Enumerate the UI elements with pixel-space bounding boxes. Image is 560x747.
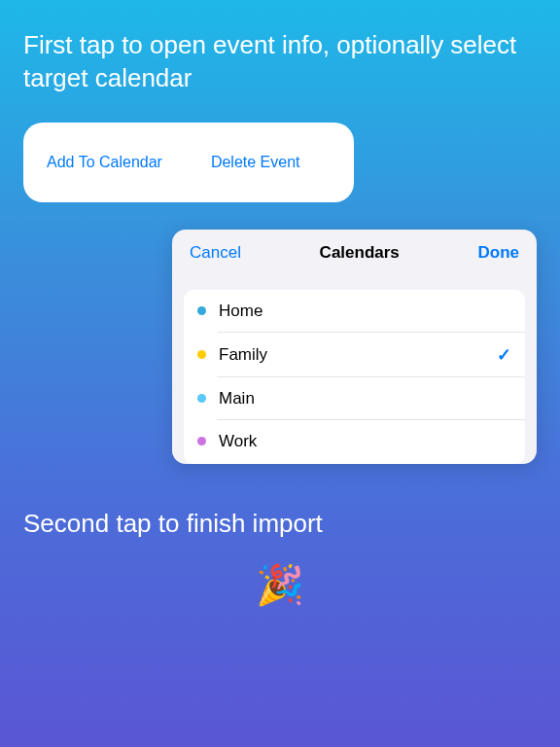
calendar-item[interactable]: Home bbox=[184, 290, 525, 333]
calendar-color-dot bbox=[197, 306, 206, 315]
add-to-calendar-button[interactable]: Add To Calendar bbox=[47, 154, 162, 171]
sheet-title: Calendars bbox=[320, 243, 400, 263]
calendar-picker-sheet: Cancel Calendars Done HomeFamily✓MainWor… bbox=[172, 230, 537, 464]
calendar-color-dot bbox=[197, 394, 206, 403]
instruction-text-1: First tap to open event info, optionally… bbox=[0, 0, 560, 95]
calendar-name-label: Work bbox=[219, 432, 511, 451]
cancel-button[interactable]: Cancel bbox=[190, 243, 241, 263]
calendar-item[interactable]: Main bbox=[184, 377, 525, 420]
calendar-list: HomeFamily✓MainWork bbox=[184, 290, 525, 464]
party-popper-icon: 🎉 bbox=[0, 562, 560, 608]
calendar-item[interactable]: Family✓ bbox=[184, 333, 525, 377]
event-action-card: Add To Calendar Delete Event bbox=[23, 123, 354, 202]
done-button[interactable]: Done bbox=[478, 243, 520, 263]
checkmark-icon: ✓ bbox=[497, 344, 511, 366]
calendar-color-dot bbox=[197, 437, 206, 445]
calendar-color-dot bbox=[197, 350, 206, 359]
calendar-name-label: Home bbox=[219, 302, 511, 321]
calendar-name-label: Family bbox=[219, 345, 497, 365]
calendar-name-label: Main bbox=[219, 389, 511, 409]
instruction-text-2: Second tap to finish import bbox=[0, 478, 560, 539]
delete-event-button[interactable]: Delete Event bbox=[211, 154, 300, 171]
sheet-header: Cancel Calendars Done bbox=[172, 230, 537, 276]
calendar-item[interactable]: Work bbox=[184, 420, 525, 463]
